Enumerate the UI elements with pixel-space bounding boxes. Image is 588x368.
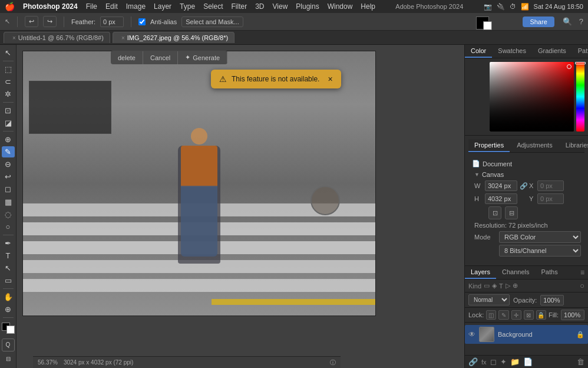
properties-tab[interactable]: Properties — [468, 139, 510, 152]
paths-tab[interactable]: Paths — [536, 266, 564, 279]
history-brush-tool[interactable]: ↩ — [2, 171, 15, 182]
blur-tool[interactable]: ◌ — [2, 209, 15, 220]
lock-all-btn[interactable]: 🔒 — [536, 310, 546, 320]
width-input[interactable] — [485, 180, 517, 191]
layer-background[interactable]: 👁 Background 🔒 — [465, 325, 588, 344]
filter-type-icon[interactable]: T — [499, 282, 503, 290]
layers-menu-icon[interactable]: ≡ — [577, 266, 588, 279]
lock-pixels-btn[interactable]: ✎ — [498, 310, 508, 320]
bit-depth-select[interactable]: 8 Bits/Channel 16 Bits/Channel 32 Bits/C… — [499, 245, 581, 257]
y-input[interactable] — [537, 193, 564, 204]
libraries-tab[interactable]: Libraries — [560, 139, 588, 152]
lock-artboards-btn[interactable]: ⊠ — [524, 310, 534, 320]
lock-transparent-btn[interactable]: ◫ — [486, 310, 496, 320]
background-color[interactable] — [6, 326, 15, 334]
type-tool[interactable]: T — [2, 250, 15, 261]
history-btn[interactable]: ↩ — [25, 16, 38, 27]
filter-smart-icon[interactable]: ⊕ — [513, 282, 518, 290]
quick-mask-tool[interactable]: Q — [2, 339, 15, 351]
menu-plugins[interactable]: Plugins — [296, 2, 319, 11]
feather-input[interactable] — [100, 17, 124, 27]
magic-wand-tool[interactable]: ✲ — [2, 88, 15, 100]
menu-file[interactable]: File — [86, 2, 97, 11]
menu-window[interactable]: Window — [328, 2, 353, 11]
color-spectrum[interactable] — [576, 62, 584, 132]
lock-width-btn[interactable]: ⊡ — [488, 206, 501, 219]
generate-button[interactable]: ✦ Generate — [178, 51, 227, 64]
select-mask-button[interactable]: Select and Mask... — [181, 17, 243, 27]
brush-tool[interactable]: ✎ — [2, 146, 15, 157]
add-mask-btn[interactable]: ◻ — [490, 357, 497, 366]
delete-layer-btn[interactable]: 🗑 — [577, 357, 584, 366]
healing-tool[interactable]: ⊕ — [2, 134, 15, 145]
new-adjustment-btn[interactable]: ✦ — [500, 357, 507, 366]
close-untitled-icon[interactable]: × — [12, 35, 16, 41]
fill-input[interactable] — [561, 310, 584, 320]
filter-toggle[interactable]: ○ — [580, 281, 584, 290]
status-info-icon[interactable]: ⓘ — [330, 359, 336, 367]
color-gradient[interactable] — [490, 62, 574, 132]
color-tab[interactable]: Color — [465, 45, 492, 58]
apple-menu[interactable]: 🍎 — [5, 2, 15, 11]
blend-mode-select[interactable]: Normal Multiply Screen — [468, 294, 510, 305]
new-group-btn[interactable]: 📁 — [510, 357, 520, 366]
pen-tool[interactable]: ✒ — [2, 238, 15, 249]
filter-pixel-icon[interactable]: ▭ — [484, 282, 490, 290]
new-layer-btn[interactable]: 📄 — [523, 357, 533, 366]
layer-visibility-icon[interactable]: 👁 — [468, 330, 475, 339]
menu-select[interactable]: Select — [203, 2, 223, 11]
link-layers-btn[interactable]: 🔗 — [468, 357, 478, 366]
filter-adjust-icon[interactable]: ◈ — [492, 282, 497, 290]
search-icon[interactable]: 🔍 — [563, 17, 572, 26]
gradients-tab[interactable]: Gradients — [532, 45, 572, 58]
channels-tab[interactable]: Channels — [496, 266, 535, 279]
swatches-tab[interactable]: Swatches — [492, 45, 532, 58]
lock-height-btn[interactable]: ⊟ — [505, 206, 518, 219]
menu-edit[interactable]: Edit — [105, 2, 118, 11]
anti-alias-checkbox[interactable] — [138, 18, 146, 25]
height-input[interactable] — [485, 193, 517, 204]
clone-stamp-tool[interactable]: ⊖ — [2, 159, 15, 170]
move-tool[interactable]: ↖ — [2, 47, 15, 58]
menu-layer[interactable]: Layer — [154, 2, 171, 11]
menu-3d[interactable]: 3D — [255, 2, 264, 11]
add-style-btn[interactable]: fx — [481, 359, 487, 366]
patterns-tab[interactable]: Patterns — [572, 45, 588, 58]
gradient-tool[interactable]: ▦ — [2, 196, 15, 207]
crop-tool[interactable]: ⊡ — [2, 105, 15, 116]
screen-mode-tool[interactable]: ⊟ — [2, 353, 15, 366]
menu-image[interactable]: Image — [126, 2, 146, 11]
share-button[interactable]: Share — [523, 17, 554, 27]
delete-button[interactable]: delete — [111, 51, 143, 64]
canvas-collapse-arrow[interactable]: ▼ — [474, 172, 480, 178]
menu-type[interactable]: Type — [180, 2, 195, 11]
mode-select[interactable]: RGB Color CMYK Color Grayscale — [499, 231, 581, 243]
redo-btn[interactable]: ↪ — [43, 16, 57, 27]
tab-img2627[interactable]: × IMG_2627.jpeg @ 56.4% (RGB/8*) — [113, 32, 234, 43]
eraser-tool[interactable]: ◻ — [2, 183, 15, 195]
menu-filter[interactable]: Filter — [231, 2, 247, 11]
link-icon[interactable]: 🔗 — [520, 182, 527, 190]
rectangular-marquee-tool[interactable]: ⬚ — [2, 64, 15, 75]
close-img-icon[interactable]: × — [121, 35, 125, 41]
x-input[interactable] — [537, 180, 564, 191]
zoom-tool[interactable]: ⊕ — [2, 304, 15, 315]
lock-position-btn[interactable]: ✛ — [511, 310, 521, 320]
shape-tool[interactable]: ▭ — [2, 275, 15, 286]
menu-help[interactable]: Help — [361, 2, 375, 11]
hand-tool[interactable]: ✋ — [2, 291, 15, 303]
layers-tab[interactable]: Layers — [465, 266, 496, 279]
close-warning-button[interactable]: × — [328, 74, 332, 84]
eyedropper-tool[interactable]: ◪ — [2, 117, 15, 129]
cancel-button[interactable]: Cancel — [143, 51, 178, 64]
menu-view[interactable]: View — [273, 2, 288, 11]
lasso-tool[interactable]: ⊂ — [2, 76, 15, 87]
color-swatches[interactable] — [2, 323, 15, 334]
document-section-header[interactable]: 📄 Document — [472, 160, 581, 167]
adjustments-tab[interactable]: Adjustments — [511, 139, 559, 152]
path-select-tool[interactable]: ↖ — [2, 262, 15, 274]
filter-shape-icon[interactable]: ▷ — [506, 282, 510, 290]
dodge-tool[interactable]: ○ — [2, 221, 15, 232]
opacity-input[interactable] — [540, 295, 564, 305]
tab-untitled[interactable]: × Untitled-1 @ 66.7% (RGB/8#) — [4, 32, 110, 43]
